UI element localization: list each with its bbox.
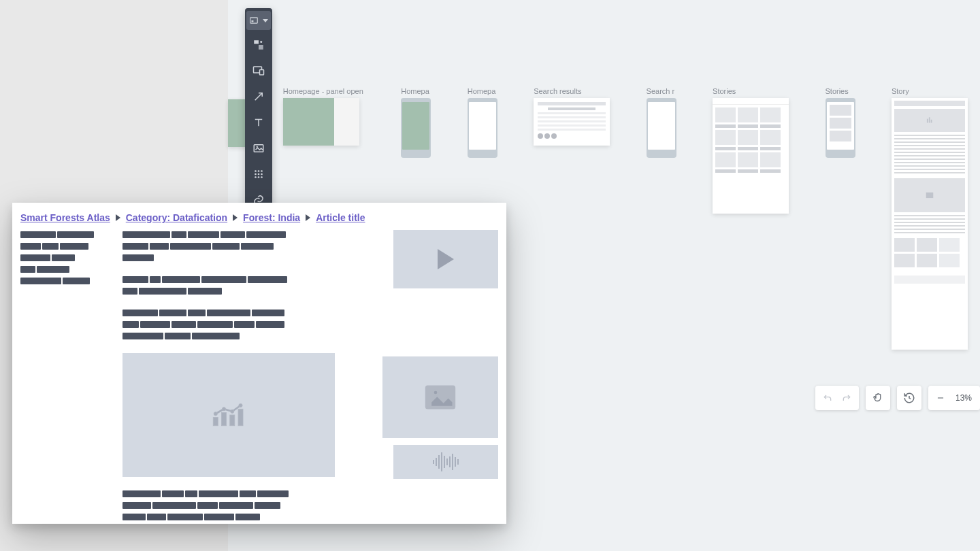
svg-point-9: [255, 170, 257, 172]
frame-icon: [249, 16, 259, 25]
frame-story[interactable]: Story: [892, 87, 968, 350]
minus-icon: [936, 393, 945, 403]
frame-homepage-open[interactable]: Homepage - panel open: [283, 87, 363, 146]
shapes-tool-button[interactable]: [248, 34, 270, 56]
device-tool-button[interactable]: [248, 60, 270, 82]
svg-point-17: [261, 176, 263, 178]
zoom-out-button[interactable]: [931, 388, 950, 407]
frame-label: Search r: [647, 87, 675, 95]
video-placeholder: [393, 230, 498, 288]
svg-rect-23: [222, 413, 227, 426]
frame-label: Homepa: [401, 87, 429, 95]
redo-icon: [841, 393, 852, 403]
frame-label: Homepa: [468, 87, 496, 95]
history-group: [897, 386, 921, 410]
image-icon: [421, 378, 459, 416]
svg-rect-19: [929, 117, 930, 122]
tools-toolbar: [245, 8, 272, 216]
svg-rect-18: [927, 119, 928, 123]
frame-thumbnail[interactable]: [534, 98, 610, 146]
chart-placeholder: [122, 353, 335, 477]
frame-homepage-mobile-1[interactable]: Homepa: [401, 87, 431, 158]
image-tool-button[interactable]: [248, 137, 270, 159]
redo-button[interactable]: [837, 388, 856, 407]
frame-thumbnail[interactable]: [713, 98, 789, 214]
preview-overlay: Smart Forests Atlas Category: Dataficati…: [12, 203, 506, 524]
right-col: [382, 230, 498, 524]
zoom-level: 13%: [950, 393, 977, 403]
svg-rect-2: [254, 40, 259, 44]
svg-rect-0: [250, 18, 258, 23]
canvas-controls: 13%: [815, 386, 980, 410]
frame-label: Story: [892, 87, 909, 95]
chart-icon: [210, 396, 248, 434]
frame-thumbnail[interactable]: [826, 98, 855, 158]
history-button[interactable]: [900, 388, 919, 407]
frame-label: Stories: [713, 87, 736, 95]
svg-point-11: [261, 170, 263, 172]
grid-icon: [252, 168, 265, 180]
sidebar-col: [20, 230, 122, 524]
zoom-group: 13%: [928, 386, 980, 410]
main-col: [122, 230, 382, 524]
svg-point-14: [261, 173, 263, 176]
history-icon: [903, 392, 915, 404]
device-icon: [252, 65, 265, 77]
svg-rect-22: [213, 418, 218, 426]
crumb-category[interactable]: Category: Datafication: [126, 212, 227, 223]
svg-rect-1: [252, 20, 254, 22]
crumb-article[interactable]: Article title: [316, 212, 365, 223]
svg-point-12: [255, 173, 257, 176]
svg-point-15: [255, 176, 257, 178]
chevron-right-icon: [233, 214, 238, 221]
crumb-forest[interactable]: Forest: India: [243, 212, 300, 223]
svg-rect-6: [260, 70, 264, 76]
hand-tool-group: [866, 386, 890, 410]
frame-homepage-mobile-2[interactable]: Homepa: [468, 87, 497, 158]
frame-search-results[interactable]: Search results: [534, 87, 610, 146]
crumb-root[interactable]: Smart Forests Atlas: [20, 212, 110, 223]
svg-point-10: [258, 170, 260, 172]
svg-rect-21: [926, 193, 934, 198]
grid-tool-button[interactable]: [248, 163, 270, 185]
frame-thumbnail[interactable]: [468, 98, 497, 158]
frame-tool-button[interactable]: [246, 11, 271, 30]
arrow-tool-button[interactable]: [248, 86, 270, 107]
frame-thumbnail[interactable]: [401, 98, 431, 158]
chevron-down-icon: [263, 19, 268, 22]
undo-redo-group: [815, 386, 859, 410]
svg-point-26: [214, 412, 217, 416]
frame-thumbnail[interactable]: [647, 98, 676, 158]
frame-stories[interactable]: Stories: [713, 87, 789, 214]
breadcrumb: Smart Forests Atlas Category: Dataficati…: [12, 203, 506, 230]
svg-rect-20: [931, 120, 932, 123]
svg-rect-24: [230, 415, 235, 426]
frame-stories-mobile[interactable]: Stories: [826, 87, 855, 158]
undo-icon: [822, 393, 833, 403]
image-icon: [252, 142, 265, 154]
frame-label: Stories: [826, 87, 849, 95]
shapes-icon: [252, 39, 265, 51]
svg-point-27: [222, 407, 225, 411]
svg-point-8: [257, 146, 258, 148]
svg-point-31: [434, 390, 438, 395]
text-tool-button[interactable]: [248, 112, 270, 133]
audio-wave-icon: [433, 452, 459, 471]
play-icon: [438, 249, 454, 269]
svg-point-4: [260, 41, 262, 43]
text-icon: [252, 116, 265, 129]
hand-icon: [872, 392, 884, 404]
frame-thumbnail[interactable]: [283, 98, 359, 146]
audio-placeholder: [393, 445, 498, 479]
arrow-icon: [252, 90, 265, 103]
image-placeholder: [382, 356, 498, 438]
hand-tool-button[interactable]: [868, 388, 887, 407]
frame-thumbnail[interactable]: [892, 98, 968, 350]
frame-search-mobile[interactable]: Search r: [647, 87, 676, 158]
svg-rect-25: [238, 409, 243, 426]
frame-label: Search results: [534, 87, 581, 95]
svg-point-13: [258, 173, 260, 176]
frame-label: Homepage - panel open: [283, 87, 363, 95]
svg-rect-3: [259, 45, 263, 50]
undo-button[interactable]: [818, 388, 837, 407]
